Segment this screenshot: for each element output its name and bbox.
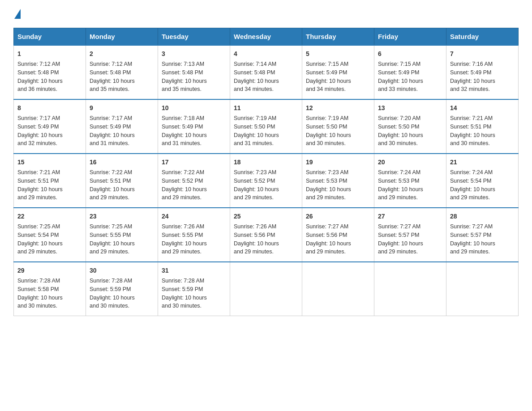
sunrise-label: Sunrise: 7:28 AM xyxy=(90,278,132,284)
sunrise-label: Sunrise: 7:25 AM xyxy=(17,223,60,230)
calendar-week-4: 22 Sunrise: 7:25 AM Sunset: 5:54 PM Dayl… xyxy=(14,208,519,262)
sunrise-label: Sunrise: 7:26 AM xyxy=(162,223,204,230)
calendar-week-2: 8 Sunrise: 7:17 AM Sunset: 5:49 PM Dayli… xyxy=(14,99,519,154)
daylight-label: Daylight: 10 hours xyxy=(450,132,495,138)
header-saturday: Saturday xyxy=(446,28,519,46)
calendar-cell: 10 Sunrise: 7:18 AM Sunset: 5:49 PM Dayl… xyxy=(158,99,230,154)
daylight-minutes: and 31 minutes. xyxy=(162,140,202,146)
daylight-minutes: and 29 minutes. xyxy=(90,248,129,255)
daylight-minutes: and 32 minutes. xyxy=(450,86,490,92)
daylight-label: Daylight: 10 hours xyxy=(306,132,351,138)
sunset-label: Sunset: 5:55 PM xyxy=(90,232,131,238)
daylight-minutes: and 35 minutes. xyxy=(162,86,202,92)
sunrise-label: Sunrise: 7:12 AM xyxy=(90,61,132,67)
logo xyxy=(13,9,21,19)
sunset-label: Sunset: 5:50 PM xyxy=(234,124,275,130)
calendar-cell: 13 Sunrise: 7:20 AM Sunset: 5:50 PM Dayl… xyxy=(374,99,446,154)
day-number: 11 xyxy=(234,103,298,113)
sunset-label: Sunset: 5:48 PM xyxy=(234,69,275,76)
calendar-week-5: 29 Sunrise: 7:28 AM Sunset: 5:58 PM Dayl… xyxy=(14,262,519,316)
sunrise-label: Sunrise: 7:25 AM xyxy=(90,223,132,230)
calendar-cell xyxy=(230,262,302,316)
sunrise-label: Sunrise: 7:12 AM xyxy=(17,61,60,67)
sunrise-label: Sunrise: 7:28 AM xyxy=(17,278,60,284)
daylight-label: Daylight: 10 hours xyxy=(90,132,135,138)
daylight-label: Daylight: 10 hours xyxy=(162,186,207,193)
daylight-label: Daylight: 10 hours xyxy=(234,78,279,84)
calendar-week-3: 15 Sunrise: 7:21 AM Sunset: 5:51 PM Dayl… xyxy=(14,154,519,208)
sunrise-label: Sunrise: 7:18 AM xyxy=(162,115,204,121)
daylight-minutes: and 35 minutes. xyxy=(90,86,129,92)
daylight-minutes: and 29 minutes. xyxy=(378,194,418,201)
daylight-minutes: and 29 minutes. xyxy=(234,194,274,201)
sunrise-label: Sunrise: 7:15 AM xyxy=(306,61,348,67)
day-number: 22 xyxy=(17,212,82,221)
daylight-label: Daylight: 10 hours xyxy=(450,240,495,247)
daylight-minutes: and 30 minutes. xyxy=(450,140,490,146)
daylight-label: Daylight: 10 hours xyxy=(450,186,495,193)
day-number: 30 xyxy=(90,266,154,275)
calendar-cell: 22 Sunrise: 7:25 AM Sunset: 5:54 PM Dayl… xyxy=(14,208,86,262)
sunrise-label: Sunrise: 7:19 AM xyxy=(306,115,348,121)
sunrise-label: Sunrise: 7:17 AM xyxy=(90,115,132,121)
sunset-label: Sunset: 5:48 PM xyxy=(162,69,203,76)
sunset-label: Sunset: 5:59 PM xyxy=(90,286,131,292)
day-number: 27 xyxy=(378,212,442,221)
daylight-minutes: and 36 minutes. xyxy=(17,86,57,92)
daylight-minutes: and 29 minutes. xyxy=(450,194,490,201)
calendar-table: SundayMondayTuesdayWednesdayThursdayFrid… xyxy=(13,28,519,316)
sunrise-label: Sunrise: 7:21 AM xyxy=(17,169,60,176)
sunrise-label: Sunrise: 7:21 AM xyxy=(450,115,493,121)
daylight-label: Daylight: 10 hours xyxy=(17,186,63,193)
calendar-cell: 4 Sunrise: 7:14 AM Sunset: 5:48 PM Dayli… xyxy=(230,45,302,99)
sunset-label: Sunset: 5:49 PM xyxy=(17,124,59,130)
calendar-cell: 11 Sunrise: 7:19 AM Sunset: 5:50 PM Dayl… xyxy=(230,99,302,154)
calendar-cell: 27 Sunrise: 7:27 AM Sunset: 5:57 PM Dayl… xyxy=(374,208,446,262)
calendar-cell: 8 Sunrise: 7:17 AM Sunset: 5:49 PM Dayli… xyxy=(14,99,86,154)
calendar-cell: 14 Sunrise: 7:21 AM Sunset: 5:51 PM Dayl… xyxy=(446,99,519,154)
sunrise-label: Sunrise: 7:16 AM xyxy=(450,61,493,67)
calendar-cell: 7 Sunrise: 7:16 AM Sunset: 5:49 PM Dayli… xyxy=(446,45,519,99)
daylight-label: Daylight: 10 hours xyxy=(378,78,423,84)
calendar-header-row: SundayMondayTuesdayWednesdayThursdayFrid… xyxy=(14,28,519,46)
daylight-label: Daylight: 10 hours xyxy=(378,186,423,193)
calendar-week-1: 1 Sunrise: 7:12 AM Sunset: 5:48 PM Dayli… xyxy=(14,45,519,99)
calendar-cell: 9 Sunrise: 7:17 AM Sunset: 5:49 PM Dayli… xyxy=(86,99,158,154)
day-number: 12 xyxy=(306,103,370,113)
day-number: 10 xyxy=(162,103,226,113)
sunrise-label: Sunrise: 7:20 AM xyxy=(378,115,420,121)
sunset-label: Sunset: 5:49 PM xyxy=(90,124,131,130)
sunset-label: Sunset: 5:48 PM xyxy=(90,69,131,76)
daylight-minutes: and 33 minutes. xyxy=(378,86,418,92)
sunset-label: Sunset: 5:50 PM xyxy=(378,124,419,130)
sunrise-label: Sunrise: 7:23 AM xyxy=(306,169,348,176)
daylight-label: Daylight: 10 hours xyxy=(162,132,207,138)
sunrise-label: Sunrise: 7:23 AM xyxy=(234,169,276,176)
calendar-cell: 31 Sunrise: 7:28 AM Sunset: 5:59 PM Dayl… xyxy=(158,262,230,316)
sunrise-label: Sunrise: 7:17 AM xyxy=(17,115,60,121)
daylight-minutes: and 29 minutes. xyxy=(162,194,202,201)
header-monday: Monday xyxy=(86,28,158,46)
calendar-cell: 29 Sunrise: 7:28 AM Sunset: 5:58 PM Dayl… xyxy=(14,262,86,316)
header-thursday: Thursday xyxy=(302,28,374,46)
sunrise-label: Sunrise: 7:27 AM xyxy=(306,223,348,230)
daylight-minutes: and 32 minutes. xyxy=(17,140,57,146)
calendar-cell: 3 Sunrise: 7:13 AM Sunset: 5:48 PM Dayli… xyxy=(158,45,230,99)
calendar-cell xyxy=(374,262,446,316)
daylight-label: Daylight: 10 hours xyxy=(90,240,135,247)
day-number: 20 xyxy=(378,158,442,167)
sunset-label: Sunset: 5:57 PM xyxy=(378,232,419,238)
day-number: 9 xyxy=(90,103,154,113)
calendar-cell: 20 Sunrise: 7:24 AM Sunset: 5:53 PM Dayl… xyxy=(374,154,446,208)
day-number: 7 xyxy=(450,49,515,59)
calendar-cell: 24 Sunrise: 7:26 AM Sunset: 5:55 PM Dayl… xyxy=(158,208,230,262)
day-number: 26 xyxy=(306,212,370,221)
calendar-cell: 30 Sunrise: 7:28 AM Sunset: 5:59 PM Dayl… xyxy=(86,262,158,316)
sunset-label: Sunset: 5:55 PM xyxy=(162,232,203,238)
sunset-label: Sunset: 5:49 PM xyxy=(450,69,491,76)
sunset-label: Sunset: 5:53 PM xyxy=(378,178,419,184)
calendar-cell: 28 Sunrise: 7:27 AM Sunset: 5:57 PM Dayl… xyxy=(446,208,519,262)
daylight-label: Daylight: 10 hours xyxy=(17,295,63,301)
day-number: 13 xyxy=(378,103,442,113)
calendar-cell: 12 Sunrise: 7:19 AM Sunset: 5:50 PM Dayl… xyxy=(302,99,374,154)
